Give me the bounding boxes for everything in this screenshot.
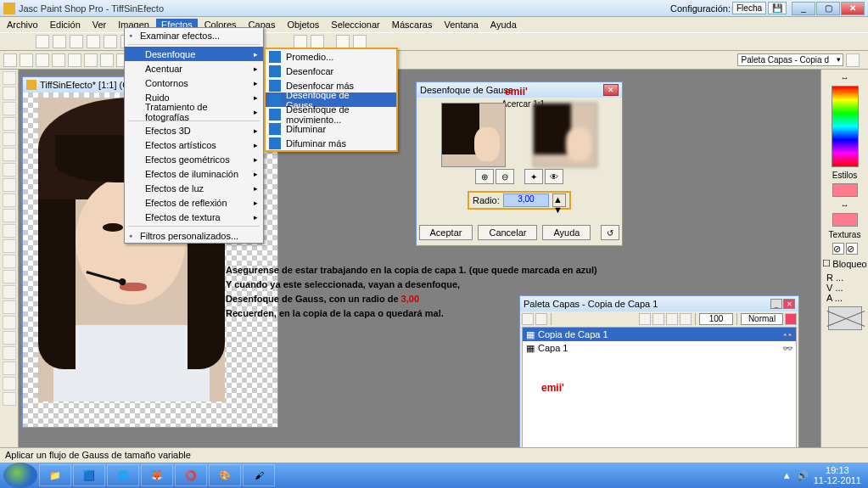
- retouch-tool-icon[interactable]: [3, 255, 16, 268]
- system-tray[interactable]: ▲ 🔊 19:13 11-12-2011: [782, 465, 868, 485]
- taskbar-item[interactable]: 📁: [39, 464, 71, 486]
- tray-icon[interactable]: 🔊: [797, 470, 809, 481]
- accept-button[interactable]: Aceptar: [419, 225, 473, 240]
- menuitem-movimiento[interactable]: Desenfoque de movimiento...: [266, 107, 396, 121]
- layer-vis-icon[interactable]: 👓: [782, 344, 792, 353]
- tb-icon[interactable]: [311, 35, 324, 48]
- menu-archivo[interactable]: Archivo: [2, 19, 43, 31]
- tb2-icon[interactable]: [100, 53, 114, 67]
- radius-spinner[interactable]: ▲▼: [552, 194, 566, 207]
- menu-mascaras[interactable]: Máscaras: [387, 19, 438, 31]
- selection-tool-icon[interactable]: [3, 148, 16, 161]
- lock-label[interactable]: Bloqueo: [832, 259, 866, 269]
- layers-close-icon[interactable]: ✕: [783, 299, 795, 309]
- zoom-out-icon[interactable]: ⊖: [496, 169, 514, 184]
- tb-icon[interactable]: [294, 35, 307, 48]
- menu-ayuda[interactable]: Ayuda: [485, 19, 522, 31]
- open-icon[interactable]: [53, 35, 66, 48]
- layer-row[interactable]: ▦ Capa 1 👓: [523, 341, 796, 355]
- tb2-icon[interactable]: [20, 53, 33, 67]
- radius-input[interactable]: 3,00: [503, 194, 549, 207]
- taskbar-item[interactable]: 🌐: [107, 464, 139, 486]
- menuitem-desenfoque[interactable]: Desenfoque▸: [125, 47, 263, 61]
- taskbar-item[interactable]: 🟦: [73, 464, 105, 486]
- blend-mode[interactable]: Normal: [741, 313, 783, 325]
- object-tool-icon[interactable]: [3, 392, 16, 406]
- dialog-close-icon[interactable]: ✕: [603, 84, 619, 96]
- layers-combo[interactable]: Paleta Capas - Copia d: [737, 53, 843, 66]
- menuitem-reflexion[interactable]: Efectos de reflexión▸: [125, 195, 263, 210]
- scratch-tool-icon[interactable]: [3, 270, 16, 283]
- nav-icon[interactable]: ✦: [524, 169, 543, 184]
- bg-swatch[interactable]: [832, 213, 858, 227]
- picture-tool-icon[interactable]: [3, 300, 16, 314]
- tb2-icon[interactable]: [52, 53, 65, 67]
- clock[interactable]: 19:13 11-12-2011: [814, 465, 861, 485]
- replace-tool-icon[interactable]: [3, 239, 16, 253]
- config-value[interactable]: Flecha: [732, 2, 766, 14]
- swap-icon[interactable]: ↔: [841, 73, 849, 82]
- taskbar-item[interactable]: 🎨: [209, 464, 241, 486]
- airbrush-tool-icon[interactable]: [3, 316, 16, 329]
- crop-tool-icon[interactable]: [3, 117, 16, 131]
- menu-ventana[interactable]: Ventana: [439, 19, 483, 31]
- menuitem-geometricos[interactable]: Efectos geométricos▸: [125, 152, 263, 166]
- tb2-icon[interactable]: [36, 53, 49, 67]
- menuitem-artisticos[interactable]: Efectos artísticos▸: [125, 137, 263, 152]
- tb2-icon[interactable]: [68, 53, 81, 67]
- menuitem-luz[interactable]: Efectos de luz▸: [125, 181, 263, 195]
- camera-icon[interactable]: [353, 35, 367, 48]
- cancel-button[interactable]: Cancelar: [478, 225, 537, 240]
- layer-icon[interactable]: [666, 313, 678, 325]
- help-button[interactable]: Ayuda: [542, 225, 591, 240]
- delete-icon[interactable]: [785, 313, 797, 325]
- menuitem-desenfocar[interactable]: Desenfocar: [266, 64, 396, 78]
- text-tool-icon[interactable]: [3, 346, 16, 360]
- opacity-input[interactable]: 100: [699, 313, 733, 325]
- menu-ver[interactable]: Ver: [87, 19, 112, 31]
- zoom-tool-icon[interactable]: [3, 87, 16, 100]
- freehand-tool-icon[interactable]: [3, 163, 16, 177]
- maximize-button[interactable]: ▢: [816, 2, 840, 15]
- move-tool-icon[interactable]: [3, 132, 16, 146]
- taskbar-item[interactable]: ⭕: [175, 464, 207, 486]
- eye-icon[interactable]: 👁: [545, 169, 563, 184]
- layer-vis-icon[interactable]: 👓: [782, 330, 792, 339]
- fill-tool-icon[interactable]: [3, 331, 16, 345]
- preview-after[interactable]: [533, 103, 597, 167]
- menuitem-acentuar[interactable]: Acentuar▸: [125, 61, 263, 76]
- color-picker[interactable]: [832, 86, 859, 167]
- layers-min-icon[interactable]: _: [770, 299, 782, 309]
- texture-fg-icon[interactable]: ⊘: [832, 243, 844, 255]
- zoom-in-icon[interactable]: ⊕: [475, 169, 494, 184]
- tb2-icon[interactable]: [84, 53, 98, 67]
- menu-seleccionar[interactable]: Seleccionar: [326, 19, 384, 31]
- menuitem-tratamiento[interactable]: Tratamiento de fotografías▸: [125, 104, 263, 119]
- minimize-button[interactable]: _: [792, 2, 815, 15]
- clone-tool-icon[interactable]: [3, 224, 16, 238]
- help-icon[interactable]: [336, 35, 350, 48]
- menuitem-custom[interactable]: Filtros personalizados...: [125, 228, 263, 243]
- menuitem-contornos[interactable]: Contornos▸: [125, 76, 263, 90]
- menuitem-difuminar-mas[interactable]: Difuminar más: [266, 136, 396, 150]
- layer-icon[interactable]: [522, 313, 534, 325]
- shape-tool-icon[interactable]: [3, 377, 16, 390]
- menuitem-textura[interactable]: Efectos de textura▸: [125, 210, 263, 224]
- close-button[interactable]: ✕: [841, 2, 865, 15]
- tb2-icon[interactable]: [846, 53, 860, 67]
- menuitem-examine[interactable]: Examinar efectos...: [125, 28, 263, 42]
- brush-tool-icon[interactable]: [3, 209, 16, 222]
- taskbar-item[interactable]: 🦊: [141, 464, 173, 486]
- wand-tool-icon[interactable]: [3, 178, 16, 192]
- menu-edicion[interactable]: Edición: [45, 19, 86, 31]
- tb2-icon[interactable]: [3, 53, 17, 67]
- new-icon[interactable]: [36, 35, 49, 48]
- fg-swatch[interactable]: [832, 183, 858, 197]
- print-icon[interactable]: [87, 35, 100, 48]
- tray-icon[interactable]: ▲: [782, 470, 792, 480]
- taskbar-item[interactable]: 🖌: [243, 464, 275, 486]
- start-button[interactable]: [3, 463, 37, 488]
- layer-vis-icon[interactable]: [639, 313, 651, 325]
- undo-icon[interactable]: [104, 35, 117, 48]
- layer-icon[interactable]: [680, 313, 692, 325]
